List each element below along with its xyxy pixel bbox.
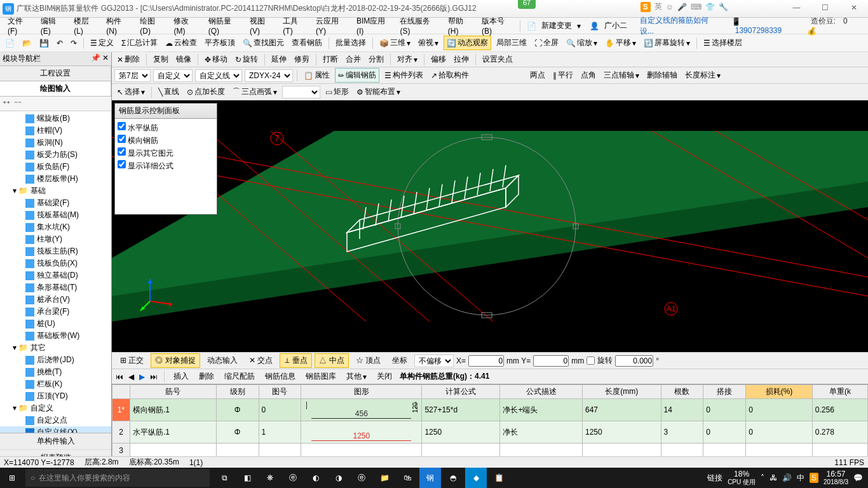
sogou-icon[interactable]: S <box>641 2 651 12</box>
browser-icon[interactable]: ⓔ <box>282 468 304 488</box>
tree-item[interactable]: 挑檐(T) <box>0 366 111 378</box>
sumcalc-button[interactable]: Σ 汇总计算 <box>119 36 160 50</box>
tray-net-icon[interactable]: 🖧 <box>770 473 777 482</box>
edge-icon[interactable]: ⓔ <box>351 468 372 488</box>
rebar-table-wrap[interactable]: 筋号级别图号图形计算公式公式描述长度(mm)根数搭接损耗(%)单重(k 1*横向… <box>112 384 868 466</box>
ptlen-button[interactable]: ⊙ 点加长度 <box>184 85 227 98</box>
complist-button[interactable]: ☰ 构件列表 <box>382 69 426 82</box>
perp-toggle[interactable]: ⊥ 垂点 <box>280 353 312 368</box>
editrebar-button[interactable]: ✏ 编辑钢筋 <box>335 68 379 83</box>
tree-item[interactable]: 基础板带(W) <box>0 330 111 342</box>
attr-button[interactable]: 📋 属性 <box>301 69 332 82</box>
menu-file[interactable]: 文件(F) <box>4 15 36 37</box>
undo-icon[interactable]: ↶ <box>54 37 65 49</box>
zoom-button[interactable]: 🔍 缩放 ▾ <box>564 36 600 50</box>
tray-link[interactable]: 链接 <box>707 473 722 484</box>
single-input-tab[interactable]: 单构件输入 <box>0 433 111 450</box>
ime-skin-icon[interactable]: 👕 <box>705 3 715 11</box>
prev-icon[interactable]: ◀ <box>128 372 134 381</box>
col-header[interactable]: 图号 <box>259 385 301 399</box>
ime-mic-icon[interactable]: 🎤 <box>677 3 687 11</box>
menu-rebar[interactable]: 钢筋量(Q) <box>205 15 245 37</box>
tab-draw-input[interactable]: 绘图输入 <box>0 81 111 96</box>
save-icon[interactable]: 💾 <box>37 37 51 49</box>
menu-modify[interactable]: 修改(M) <box>170 15 203 37</box>
findgraph-button[interactable]: 🔍 查找图元 <box>240 36 287 50</box>
dimlen-button[interactable]: 长度标注 ▾ <box>682 69 723 82</box>
app-icon-6[interactable]: ◆ <box>465 468 487 488</box>
menu-bim[interactable]: BIM应用(I) <box>353 15 395 37</box>
batchsel-button[interactable]: 批量选择 <box>333 36 369 50</box>
delaux-button[interactable]: 删除辅轴 <box>644 69 680 82</box>
tree-item[interactable]: 独立基础(D) <box>0 269 111 281</box>
col-header[interactable] <box>112 385 130 399</box>
y-input[interactable] <box>533 355 569 367</box>
col-header[interactable]: 公式描述 <box>500 385 583 399</box>
other-button[interactable]: 其他 ▾ <box>344 370 369 383</box>
vertex-toggle[interactable]: ☆ 顶点 <box>351 353 385 368</box>
new-file-icon[interactable]: 📄 <box>3 37 17 49</box>
notification-icon[interactable]: 💬 <box>853 473 863 482</box>
floor-select[interactable]: 第7层 <box>114 69 151 82</box>
tree-item[interactable]: 桩(U) <box>0 318 111 330</box>
menu-version[interactable]: 版本号(B) <box>478 15 517 37</box>
delete-button[interactable]: ✕ 删除 <box>114 53 142 66</box>
open-file-icon[interactable]: 📂 <box>20 37 34 49</box>
3d-button[interactable]: 📦 三维 ▾ <box>377 36 413 50</box>
table-row[interactable]: 2水平纵筋.1Φ112501250净长12503000.278 <box>112 421 868 444</box>
rect-button[interactable]: ▭ 矩形 <box>323 85 351 98</box>
category-select[interactable]: 自定义 <box>153 69 193 82</box>
osnap-toggle[interactable]: ◎ 对象捕捉 <box>151 353 200 368</box>
display-option[interactable]: 水平纵筋 <box>118 121 214 134</box>
stretch-button[interactable]: 拉伸 <box>451 53 471 66</box>
tree-item[interactable]: 集水坑(K) <box>0 221 111 233</box>
app-icon-5[interactable]: ◓ <box>442 468 464 488</box>
rebar-table[interactable]: 筋号级别图号图形计算公式公式描述长度(mm)根数搭接损耗(%)单重(k 1*横向… <box>112 384 868 458</box>
selfloor-button[interactable]: ☰ 选择楼层 <box>701 36 745 50</box>
copy-button[interactable]: 复制 <box>151 53 171 66</box>
smart-button[interactable]: ⚙ 智能布置 ▾ <box>354 85 403 98</box>
start-button[interactable]: ⊞ <box>0 473 24 482</box>
trim-button[interactable]: 修剪 <box>292 53 312 66</box>
redo-icon[interactable]: ↷ <box>68 37 79 49</box>
topview-button[interactable]: 俯视 ▾ <box>416 36 441 50</box>
tree-item[interactable]: 柱帽(V) <box>0 125 111 137</box>
explorer-icon[interactable]: 📁 <box>374 468 395 488</box>
table-row[interactable]: 1*横向钢筋.1Φ0120456527+15*d净长+端头64714000.25… <box>112 399 868 421</box>
menu-component[interactable]: 构件(N) <box>102 15 135 37</box>
col-header[interactable]: 图形 <box>301 385 422 399</box>
tree-item[interactable]: 板受力筋(S) <box>0 149 111 161</box>
new-change-button[interactable]: 📄 新建变更 ▾ <box>523 18 585 34</box>
viewport-canvas[interactable]: 7 A1 钢筋显示控制面板 水平纵筋 横向钢筋 显示其它图元 显示详细公式 <box>112 100 868 352</box>
hint-link[interactable]: 自定义线的箍筋如何设... <box>636 14 722 38</box>
col-header[interactable]: 单重(k <box>812 385 867 399</box>
tree-item[interactable]: 螺旋板(B) <box>0 112 111 125</box>
screenrot-button[interactable]: 🔃 屏幕旋转 ▾ <box>641 36 693 50</box>
viewrebar-button[interactable]: 查看钢筋 <box>289 36 325 50</box>
offset-mode[interactable]: 不偏移 <box>414 355 454 367</box>
ime-lang[interactable]: 英 <box>654 1 662 12</box>
table-row[interactable]: 3 <box>112 444 868 458</box>
display-option[interactable]: 横向钢筋 <box>118 134 214 147</box>
tree-item[interactable]: 压顶(YD) <box>0 390 111 402</box>
tree-item[interactable]: 自定义点 <box>0 414 111 426</box>
tree-item[interactable]: 楼层板带(H) <box>0 173 111 185</box>
app-icon-1[interactable]: ◧ <box>236 468 258 488</box>
rotate-input[interactable] <box>615 355 653 367</box>
last-icon[interactable]: ⏭ <box>150 372 158 381</box>
menu-online[interactable]: 在线服务(S) <box>396 15 442 37</box>
tray-ime-icon[interactable]: 中 <box>797 473 804 484</box>
align-button[interactable]: 对齐 ▾ <box>395 53 420 66</box>
phone-label[interactable]: 📱 13907298339 <box>728 16 798 36</box>
tree-item[interactable]: ▾ 📁 其它 <box>0 342 111 354</box>
local3d-button[interactable]: 局部三维 <box>494 36 529 50</box>
tray-vol-icon[interactable]: 🔊 <box>782 473 792 482</box>
offset-button[interactable]: 偏移 <box>428 53 449 66</box>
app-icon-4[interactable]: ◑ <box>328 468 349 488</box>
mid-toggle[interactable]: △ 中点 <box>315 353 348 368</box>
tray-sogou[interactable]: S <box>810 473 818 483</box>
maximize-button[interactable]: ☐ <box>811 0 839 15</box>
tree-item[interactable]: 基础梁(F) <box>0 197 111 209</box>
pin-icon[interactable]: 📌 ✕ <box>91 53 109 64</box>
arc3-button[interactable]: ⌒ 三点画弧 ▾ <box>230 85 280 98</box>
